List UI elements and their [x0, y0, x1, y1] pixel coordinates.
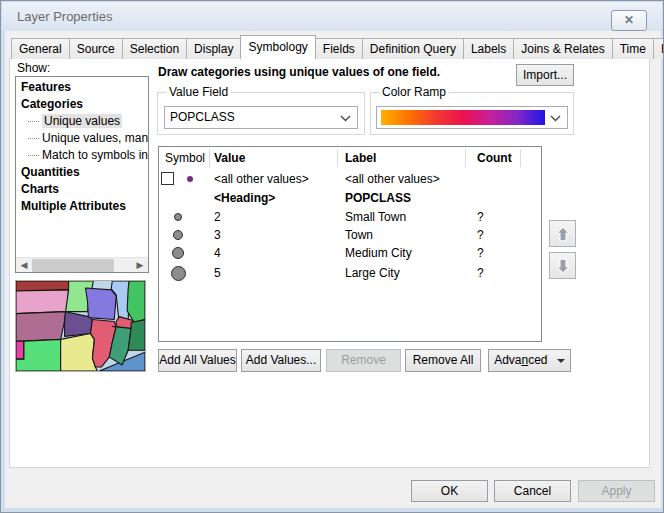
- show-item-multiple-attributes[interactable]: Multiple Attributes: [16, 198, 148, 215]
- class-symbol-dot[interactable]: [174, 213, 182, 221]
- import-button[interactable]: Import...: [516, 64, 574, 86]
- column-symbol[interactable]: Symbol: [161, 147, 209, 169]
- remove-button: Remove: [326, 349, 401, 372]
- value-field-dropdown[interactable]: POPCLASS: [164, 106, 358, 129]
- ok-button[interactable]: OK: [411, 480, 488, 502]
- add-all-values-button[interactable]: Add All Values: [158, 349, 237, 372]
- map-preview: [15, 280, 146, 372]
- map-preview-image: [16, 281, 145, 371]
- tab-general[interactable]: General: [11, 38, 70, 59]
- page-heading: Draw categories using unique values of o…: [158, 65, 440, 79]
- column-value[interactable]: Value: [214, 147, 245, 169]
- chevron-down-icon: [340, 115, 351, 122]
- tab-symbology[interactable]: Symbology: [240, 35, 315, 59]
- show-item-features[interactable]: Features: [16, 79, 148, 96]
- all-other-values-symbol[interactable]: [187, 176, 193, 182]
- tab-fields[interactable]: Fields: [315, 38, 363, 59]
- layer-properties-dialog: Layer Properties ✕ General Source Select…: [0, 0, 664, 513]
- table-row[interactable]: 3 Town ?: [159, 226, 541, 244]
- column-divider: [337, 149, 338, 167]
- tab-source[interactable]: Source: [69, 38, 123, 59]
- show-item-categories[interactable]: Categories: [16, 96, 148, 113]
- class-symbol-dot[interactable]: [173, 230, 183, 240]
- chevron-down-icon: [550, 115, 561, 122]
- class-symbol-dot[interactable]: [172, 247, 184, 259]
- show-item-unique-values-many[interactable]: Unique values, many: [16, 130, 148, 147]
- advanced-button[interactable]: Advanced: [488, 349, 571, 372]
- color-ramp-gradient: [381, 110, 545, 125]
- unique-values-table: Symbol Value Label Count <all other valu…: [158, 146, 542, 342]
- close-button[interactable]: ✕: [611, 10, 647, 31]
- table-row[interactable]: <Heading> POPCLASS: [159, 189, 541, 208]
- tab-html-popup[interactable]: HTML Popup: [653, 38, 664, 59]
- column-divider: [209, 149, 210, 167]
- cancel-button[interactable]: Cancel: [494, 480, 571, 502]
- show-item-match-symbols[interactable]: Match to symbols in a: [16, 147, 148, 164]
- tab-joins-relates[interactable]: Joins & Relates: [513, 38, 612, 59]
- tab-strip: General Source Selection Display Symbolo…: [11, 35, 664, 59]
- color-ramp-group-label: Color Ramp: [379, 85, 449, 99]
- table-row[interactable]: 4 Medium City ?: [159, 244, 541, 262]
- arrow-up-icon: [554, 225, 572, 243]
- all-other-values-checkbox[interactable]: [161, 172, 174, 185]
- color-ramp-dropdown[interactable]: [376, 106, 568, 129]
- tab-labels[interactable]: Labels: [463, 38, 514, 59]
- show-item-quantities[interactable]: Quantities: [16, 164, 148, 181]
- move-down-button[interactable]: [549, 252, 576, 279]
- column-count[interactable]: Count: [477, 147, 512, 169]
- value-field-selected: POPCLASS: [170, 110, 235, 124]
- tab-display[interactable]: Display: [186, 38, 241, 59]
- show-item-unique-values[interactable]: Unique values: [16, 113, 148, 130]
- dropdown-arrow-icon: [557, 359, 565, 363]
- tab-definition-query[interactable]: Definition Query: [362, 38, 464, 59]
- class-symbol-dot[interactable]: [171, 266, 186, 281]
- table-row[interactable]: 2 Small Town ?: [159, 208, 541, 226]
- tab-time[interactable]: Time: [612, 38, 654, 59]
- column-divider: [520, 149, 521, 167]
- scroll-right-icon[interactable]: ▶: [132, 258, 148, 273]
- apply-button: Apply: [578, 480, 655, 502]
- value-field-group-label: Value Field: [166, 85, 231, 99]
- tab-selection[interactable]: Selection: [122, 38, 187, 59]
- arrow-down-icon: [554, 257, 572, 275]
- show-listbox: Features Categories Unique values Unique…: [15, 76, 149, 273]
- window-title: Layer Properties: [17, 2, 112, 31]
- remove-all-button[interactable]: Remove All: [405, 349, 481, 372]
- scroll-left-icon[interactable]: ◀: [16, 258, 32, 273]
- show-item-charts[interactable]: Charts: [16, 181, 148, 198]
- show-label: Show:: [17, 61, 50, 75]
- column-label[interactable]: Label: [345, 147, 376, 169]
- close-icon: ✕: [624, 13, 634, 27]
- scrollbar-thumb[interactable]: [32, 259, 114, 272]
- column-divider: [465, 149, 466, 167]
- table-header-row: Symbol Value Label Count: [159, 147, 541, 169]
- table-row[interactable]: 5 Large City ?: [159, 262, 541, 284]
- add-values-button[interactable]: Add Values...: [241, 349, 321, 372]
- move-up-button[interactable]: [549, 220, 576, 247]
- table-row[interactable]: <all other values> <all other values>: [159, 169, 541, 189]
- title-bar[interactable]: Layer Properties ✕: [2, 2, 662, 31]
- horizontal-scrollbar[interactable]: ◀ ▶: [16, 257, 148, 272]
